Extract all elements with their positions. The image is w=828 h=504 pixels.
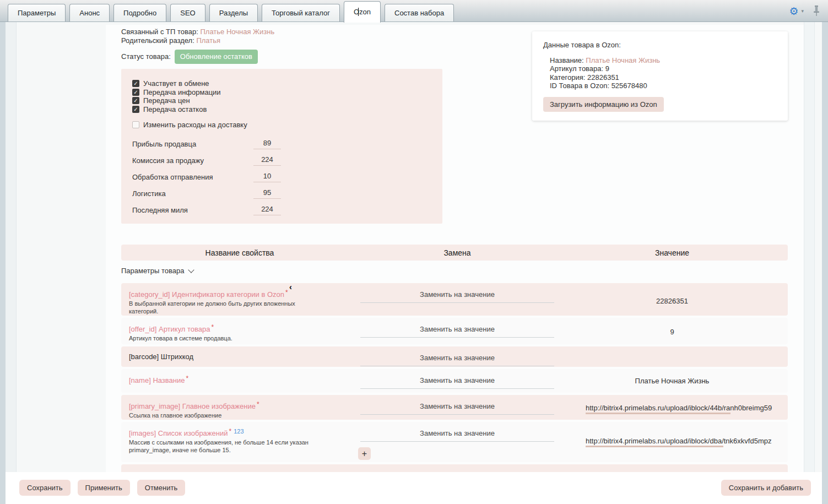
checkbox-row: Изменить расходы на доставку xyxy=(132,120,442,129)
tab-label: Торговый каталог xyxy=(272,9,330,17)
property-value: Платье Ночная Жизнь xyxy=(556,369,788,393)
checkbox-label: Изменить расходы на доставку xyxy=(143,121,247,129)
property-code: [category_id] xyxy=(129,290,170,299)
field-row: Последняя миля xyxy=(132,202,442,219)
load-from-ozon-button[interactable]: Загрузить информацию из Ozon xyxy=(543,97,664,112)
pin-icon[interactable] xyxy=(813,6,820,17)
tab-seo[interactable]: SEO xyxy=(170,4,205,21)
replace-cell: Заменить на значение xyxy=(358,346,556,367)
tab-torgovy-katalog[interactable]: Торговый каталог xyxy=(262,4,340,21)
required-mark: * xyxy=(257,400,259,408)
column-header-replace: Замена xyxy=(358,248,556,257)
property-code: [images] xyxy=(129,429,156,437)
exchange-settings-box: ✓ Участвует в обмене ✓ Передача информац… xyxy=(121,69,442,224)
apply-button[interactable]: Применить xyxy=(78,480,130,496)
replace-cell: Заменить на значение xyxy=(358,395,556,423)
field-row: Комиссия за продажу xyxy=(132,153,442,169)
tab-podrobno[interactable]: Подробно xyxy=(113,4,166,21)
gear-icon[interactable]: ⚙ xyxy=(789,6,798,17)
input-underline xyxy=(586,446,723,447)
checkbox-row: ✓ Передача информации xyxy=(132,88,442,97)
tab-anons[interactable]: Анонс xyxy=(69,4,110,21)
replace-select[interactable]: Заменить на значение xyxy=(360,354,554,366)
replace-select[interactable]: Заменить на значение xyxy=(360,429,554,442)
checkbox-checked[interactable]: ✓ xyxy=(132,97,139,104)
mouse-cursor: ‹ xyxy=(289,282,292,291)
tab-label: Анонс xyxy=(79,9,100,17)
linked-product-link[interactable]: Платье Ночная Жизнь xyxy=(200,28,274,36)
tab-ozon[interactable]: Ozon xyxy=(344,1,381,23)
group-toggle-label: Параметры товара xyxy=(121,267,184,275)
image-url-input[interactable]: http://bitrix4.primelabs.ru/upload/ibloc… xyxy=(586,404,772,412)
property-code: [name] xyxy=(129,376,151,384)
ozon-name-line: Название: Платье Ночная Жизнь xyxy=(550,56,777,64)
tab-razdely[interactable]: Разделы xyxy=(209,4,258,21)
input-underline xyxy=(586,413,730,414)
checkbox-row: ✓ Передача остатков xyxy=(132,105,442,114)
cancel-button[interactable]: Отменить xyxy=(137,480,185,496)
field-label: Комиссия за продажу xyxy=(132,156,253,165)
column-header-value: Значение xyxy=(556,248,788,257)
checkbox-label: Передача цен xyxy=(143,96,190,105)
tab-label: SEO xyxy=(180,9,195,17)
logistics-input[interactable] xyxy=(253,188,281,199)
tab-sostav-nabora[interactable]: Состав набора xyxy=(385,4,454,21)
add-image-button[interactable]: + xyxy=(358,447,371,460)
property-code: [offer_id] xyxy=(129,325,156,333)
field-row: Прибыль продавца xyxy=(132,136,442,153)
property-title: [primary_image] Главное изображение* xyxy=(129,400,347,411)
image-url-input[interactable]: http://bitrix4.primelabs.ru/upload/ibloc… xyxy=(586,437,771,445)
save-and-add-button[interactable]: Сохранить и добавить xyxy=(721,480,811,496)
checkbox-label: Участвует в обмене xyxy=(143,79,209,88)
tabs: Параметры Анонс Подробно SEO Разделы Тор… xyxy=(8,1,458,21)
last-mile-input[interactable] xyxy=(253,205,281,215)
text-caret xyxy=(358,8,359,16)
seller-profit-input[interactable] xyxy=(253,139,281,149)
tab-parametry[interactable]: Параметры xyxy=(8,4,66,21)
property-label: Артикул товара xyxy=(159,325,210,333)
property-value: 9 xyxy=(556,318,788,346)
replace-select[interactable]: Заменить на значение xyxy=(360,402,554,415)
save-button[interactable]: Сохранить xyxy=(19,480,71,496)
checkbox-checked[interactable]: ✓ xyxy=(132,89,139,96)
property-name-cell: [category_id] Идентификатор категории в … xyxy=(121,283,358,318)
replace-select[interactable]: Заменить на значение xyxy=(360,290,554,303)
replace-select[interactable]: Заменить на значение xyxy=(360,325,554,338)
ozon-name-label: Название: xyxy=(550,56,584,64)
page: Параметры Анонс Подробно SEO Разделы Тор… xyxy=(0,0,828,504)
group-toggle-product-params[interactable]: Параметры товара xyxy=(121,267,193,275)
ozon-sku-line: Артикул товара: 9 xyxy=(550,64,777,73)
replace-select[interactable]: Заменить на значение xyxy=(360,376,554,389)
property-title: [offer_id] Артикул товара* xyxy=(129,323,347,334)
replace-cell: Заменить на значение + xyxy=(358,422,556,462)
property-value xyxy=(556,346,788,367)
ozon-name-link[interactable]: Платье Ночная Жизнь xyxy=(586,56,660,64)
checkbox-row: ✓ Передача цен xyxy=(132,96,442,105)
right-scroll-strip[interactable] xyxy=(804,22,815,472)
table-row-barcode: [barcode] Штрихкод Заменить на значение xyxy=(121,346,788,367)
shipment-processing-input[interactable] xyxy=(253,172,281,182)
property-title: [category_id] Идентификатор категории в … xyxy=(129,288,347,299)
status-badge: Обновление остатков xyxy=(175,50,258,64)
checkbox-label: Передача информации xyxy=(143,88,221,96)
sale-commission-input[interactable] xyxy=(253,155,281,166)
parent-section-link[interactable]: Платья xyxy=(196,36,220,45)
property-title: [images] Список изображений*123 xyxy=(129,427,347,438)
replace-cell: Заменить на значение xyxy=(358,318,556,346)
images-count-link[interactable]: 123 xyxy=(234,428,243,435)
main-panel: Связанный с ТП товар: Платье Ночная Жизн… xyxy=(6,22,822,472)
checkbox-checked[interactable]: ✓ xyxy=(132,106,139,113)
required-mark: * xyxy=(229,427,231,435)
property-label: Штрихкод xyxy=(161,353,193,361)
chevron-down-icon[interactable]: ▾ xyxy=(801,8,804,14)
checkbox-unchecked[interactable] xyxy=(132,121,139,128)
left-gutter xyxy=(6,22,17,472)
table-row-partial: * xyxy=(121,464,788,472)
property-title: [name] Название* xyxy=(129,374,347,385)
required-mark: * xyxy=(285,289,288,296)
field-row: Обработка отправления xyxy=(132,169,442,186)
checkbox-checked[interactable]: ✓ xyxy=(132,80,139,87)
property-name-cell: [offer_id] Артикул товара* Артикул товар… xyxy=(121,318,358,346)
footer-bar: Сохранить Применить Отменить Сохранить и… xyxy=(6,472,822,504)
tab-label: Разделы xyxy=(219,9,248,17)
